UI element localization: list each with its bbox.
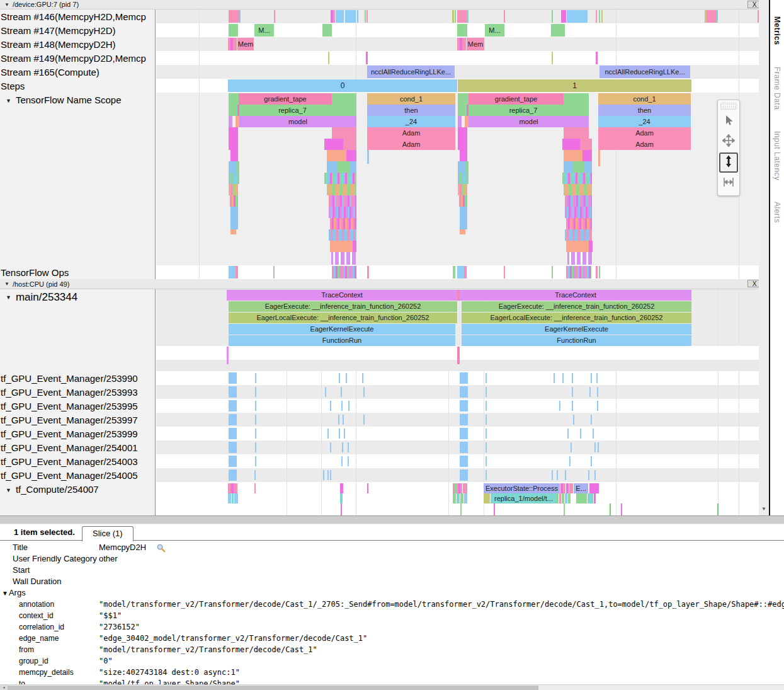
trace-slice[interactable] bbox=[572, 373, 573, 383]
trace-slice[interactable] bbox=[229, 469, 237, 481]
trace-slice[interactable]: Mem bbox=[467, 38, 484, 50]
zoom-tool-button[interactable] bbox=[719, 152, 738, 173]
trace-slice[interactable]: EagerLocalExecute: __inference_train_fun… bbox=[462, 313, 691, 323]
trace-slice[interactable] bbox=[367, 150, 369, 164]
trace-slice[interactable] bbox=[328, 52, 329, 64]
row-label[interactable]: Stream #147(MemcpyH2D) bbox=[0, 23, 156, 37]
trace-slice[interactable] bbox=[484, 493, 490, 503]
trace-slice[interactable] bbox=[591, 456, 592, 466]
trace-slice[interactable] bbox=[339, 428, 340, 439]
trace-slice[interactable] bbox=[460, 456, 468, 467]
trace-slice[interactable] bbox=[562, 493, 564, 503]
trace-slice[interactable]: cond_1 bbox=[598, 93, 691, 105]
process-header[interactable]: ▼/device:GPU:7 (pid 7)X bbox=[0, 0, 769, 9]
trace-slice[interactable] bbox=[596, 10, 597, 23]
trace-slice[interactable]: Adam bbox=[367, 139, 455, 150]
trace-slice[interactable] bbox=[597, 401, 598, 411]
trace-slice[interactable] bbox=[357, 10, 358, 23]
trace-slice[interactable]: gradient_tape bbox=[469, 93, 564, 105]
trace-slice[interactable] bbox=[458, 116, 462, 127]
trace-slice[interactable] bbox=[486, 442, 487, 452]
row-label[interactable]: Stream #148(MemcpyD2H) bbox=[0, 37, 156, 51]
trace-slice[interactable] bbox=[572, 401, 573, 411]
scroll-down-icon[interactable]: ▼ bbox=[759, 506, 769, 512]
trace-slice[interactable] bbox=[332, 93, 356, 105]
trace-slice[interactable] bbox=[564, 150, 582, 161]
scrollbar-thumb[interactable] bbox=[8, 686, 538, 690]
trace-slice[interactable] bbox=[486, 401, 487, 411]
trace-slice[interactable] bbox=[229, 442, 237, 453]
trace-slice[interactable] bbox=[565, 229, 592, 241]
trace-slice[interactable] bbox=[330, 241, 353, 252]
trace-slice[interactable] bbox=[327, 161, 337, 173]
trace-slice[interactable] bbox=[561, 10, 566, 23]
trace-slice[interactable] bbox=[552, 266, 553, 279]
trace-slice[interactable] bbox=[453, 266, 455, 279]
trace-slice[interactable] bbox=[601, 10, 603, 23]
trace-slice[interactable] bbox=[453, 493, 456, 503]
trace-slice[interactable] bbox=[229, 173, 239, 184]
trace-slice[interactable] bbox=[255, 401, 256, 411]
row-label[interactable]: tf_GPU_Event_Manager/254005 bbox=[0, 468, 156, 482]
trace-slice[interactable] bbox=[559, 493, 561, 503]
trace-slice[interactable] bbox=[323, 470, 324, 480]
trace-slice[interactable] bbox=[255, 373, 256, 383]
trace-slice[interactable] bbox=[229, 386, 237, 398]
trace-slice[interactable] bbox=[566, 218, 592, 229]
trace-slice[interactable] bbox=[599, 10, 600, 23]
trace-slice[interactable]: EagerKernelExecute bbox=[462, 324, 691, 335]
trace-slice[interactable] bbox=[237, 105, 239, 116]
trace-slice[interactable] bbox=[571, 442, 572, 452]
trace-slice[interactable] bbox=[621, 503, 622, 515]
trace-slice[interactable]: EagerKernelExecute bbox=[229, 324, 455, 335]
trace-slice[interactable] bbox=[596, 52, 598, 64]
trace-slice[interactable] bbox=[229, 116, 232, 127]
trace-slice[interactable] bbox=[348, 456, 349, 466]
trace-slice[interactable] bbox=[273, 266, 275, 279]
trace-slice[interactable] bbox=[236, 266, 238, 279]
trace-slice[interactable] bbox=[362, 373, 363, 383]
trace-slice[interactable] bbox=[346, 373, 347, 383]
trace-slice[interactable] bbox=[227, 347, 229, 364]
trace-slice[interactable]: then bbox=[367, 105, 455, 116]
trace-slice[interactable] bbox=[572, 387, 573, 397]
trace-slice[interactable] bbox=[564, 184, 592, 195]
trace-slice[interactable] bbox=[452, 10, 454, 23]
trace-slice[interactable] bbox=[467, 10, 469, 23]
trace-slice[interactable] bbox=[341, 387, 342, 397]
trace-slice[interactable]: _24 bbox=[598, 116, 691, 127]
trace-slice[interactable] bbox=[228, 493, 231, 503]
trace-slice[interactable] bbox=[460, 150, 467, 161]
trace-slice[interactable] bbox=[593, 428, 594, 439]
trace-slice[interactable] bbox=[598, 150, 600, 166]
trace-slice[interactable]: replica_7 bbox=[229, 105, 356, 116]
trace-slice[interactable] bbox=[339, 373, 340, 383]
row-label[interactable]: tf_GPU_Event_Manager/254001 bbox=[0, 440, 156, 454]
trace-slice[interactable] bbox=[229, 161, 236, 173]
trace-slice[interactable] bbox=[569, 483, 573, 493]
pan-tool-button[interactable] bbox=[719, 132, 738, 151]
trace-slice[interactable] bbox=[465, 161, 469, 173]
trace-slice[interactable] bbox=[568, 493, 571, 503]
trace-slice[interactable] bbox=[707, 10, 717, 23]
trace-slice[interactable] bbox=[458, 161, 465, 173]
trace-slice[interactable] bbox=[342, 442, 343, 452]
trace-slice[interactable] bbox=[557, 493, 559, 503]
trace-slice[interactable]: ncclAllReduceRingLLKe... bbox=[367, 66, 455, 78]
panel-separator[interactable] bbox=[0, 515, 784, 524]
trace-slice[interactable] bbox=[594, 442, 596, 452]
trace-slice[interactable] bbox=[229, 184, 238, 195]
trace-slice[interactable] bbox=[457, 266, 464, 279]
trace-slice[interactable] bbox=[557, 470, 558, 480]
row-label[interactable]: tf_GPU_Event_Manager/253995 bbox=[0, 399, 156, 413]
trace-slice[interactable] bbox=[458, 93, 469, 105]
trace-slice[interactable] bbox=[596, 266, 598, 279]
trace-slice[interactable] bbox=[565, 195, 592, 207]
trace-slice[interactable]: ExecutorState::Process bbox=[484, 483, 560, 493]
trace-slice[interactable] bbox=[239, 10, 241, 23]
row-label[interactable]: Stream #146(MemcpyH2D,Memcp bbox=[0, 9, 156, 23]
trace-slice[interactable] bbox=[324, 139, 343, 150]
trace-slice[interactable] bbox=[460, 469, 468, 481]
row-label[interactable]: tf_GPU_Event_Manager/253997 bbox=[0, 413, 156, 427]
trace-slice[interactable]: EagerLocalExecute: __inference_train_fun… bbox=[229, 313, 457, 323]
